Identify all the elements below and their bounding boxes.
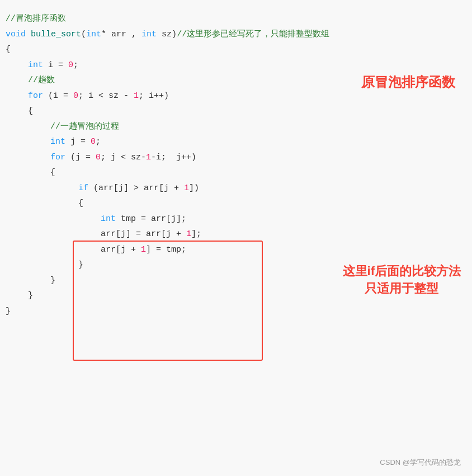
if-stmt: if (arr[j] > arr[j + 1 ])	[0, 181, 472, 196]
watermark: CSDN @学写代码的恐龙	[380, 458, 461, 468]
int-i-decl: int i = 0 ;	[0, 58, 472, 73]
brace-open-if: {	[0, 196, 472, 211]
annotation-bubble-2: 这里if后面的比较方法 只适用于整型	[343, 263, 461, 298]
for-inner: for (j = 0 ; j < sz- 1 -i; j++)	[0, 150, 472, 166]
arr-assign-1: arr[j] = arr[j + 1 ];	[0, 227, 472, 242]
comment-one-pass: //一趟冒泡的过程	[0, 119, 472, 135]
func-decl-line: void bulle_sort ( int * arr , int sz) //…	[0, 27, 472, 43]
brace-open-outer: {	[0, 42, 472, 58]
brace-close-outer: }	[0, 304, 472, 319]
brace-open-for2: {	[0, 165, 472, 181]
arr-assign-2: arr[j + 1 ] = tmp;	[0, 242, 472, 258]
int-tmp-decl: int tmp = arr[j];	[0, 211, 472, 227]
int-j-decl: int j = 0 ;	[0, 134, 472, 150]
code-area: //冒泡排序函数 void bulle_sort ( int * arr , i…	[0, 0, 472, 476]
title-comment: //冒泡排序函数	[0, 11, 472, 27]
annotation-bubble-1: 原冒泡排序函数	[361, 73, 455, 92]
brace-open-for1: {	[0, 103, 472, 119]
